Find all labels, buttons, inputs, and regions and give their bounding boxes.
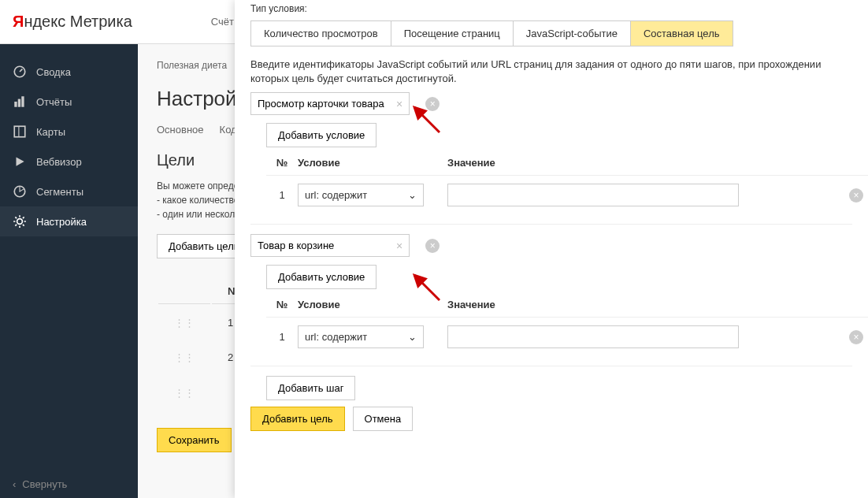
remove-step-button[interactable]: × xyxy=(425,239,440,253)
step-name-input[interactable] xyxy=(251,93,393,114)
gear-icon xyxy=(13,214,27,229)
svg-rect-4 xyxy=(21,96,24,107)
svg-line-1 xyxy=(20,69,22,72)
sidebar: Сводка Отчёты Карты Вебвизор Сегменты На… xyxy=(0,0,138,498)
segment-icon xyxy=(13,184,27,199)
tab-main[interactable]: Основное xyxy=(157,124,204,136)
add-step-button[interactable]: Добавить шаг xyxy=(266,376,355,400)
chevron-down-icon: ⌄ xyxy=(408,189,417,201)
col-condition: Условие xyxy=(298,157,440,169)
svg-rect-5 xyxy=(14,126,25,137)
conditions-table: № Условие Значение 1 url: содержит ⌄ × xyxy=(266,157,868,214)
value-input[interactable] xyxy=(447,184,739,206)
value-input[interactable] xyxy=(447,325,739,348)
sidebar-item-summary[interactable]: Сводка xyxy=(0,57,138,87)
sidebar-item-maps[interactable]: Карты xyxy=(0,117,138,147)
col-num: № xyxy=(266,299,298,310)
clear-icon[interactable]: × xyxy=(393,98,406,110)
remove-step-button[interactable]: × xyxy=(425,97,440,111)
sidebar-item-label: Сводка xyxy=(36,66,71,78)
remove-condition-button[interactable]: × xyxy=(849,188,863,203)
add-condition-button[interactable]: Добавить условие xyxy=(266,265,377,289)
svg-rect-2 xyxy=(14,102,17,107)
sidebar-item-webvisor[interactable]: Вебвизор xyxy=(0,147,138,177)
drag-handle-icon[interactable]: ⋮⋮ xyxy=(174,387,195,399)
svg-rect-3 xyxy=(18,99,20,107)
sidebar-item-settings[interactable]: Настройка xyxy=(0,206,138,236)
type-tab-views[interactable]: Количество просмотров xyxy=(251,21,391,46)
condition-row: 1 url: содержит ⌄ × xyxy=(266,318,868,356)
type-label: Тип условия: xyxy=(250,3,852,14)
sidebar-item-segments[interactable]: Сегменты xyxy=(0,177,138,206)
col-num: № xyxy=(266,157,298,169)
drag-handle-icon[interactable]: ⋮⋮ xyxy=(174,317,195,329)
sidebar-item-label: Вебвизор xyxy=(36,156,82,168)
chevron-left-icon: ‹ xyxy=(13,478,16,490)
chart-icon xyxy=(13,95,27,109)
add-condition-button[interactable]: Добавить условие xyxy=(266,123,377,147)
map-icon xyxy=(13,124,27,139)
chevron-down-icon: ⌄ xyxy=(408,331,417,343)
step-block: × × Добавить условие № Условие Значение … xyxy=(250,92,852,225)
sidebar-item-label: Сегменты xyxy=(36,186,83,198)
type-tabs: Количество просмотров Посещение страниц … xyxy=(250,20,733,46)
condition-select[interactable]: url: содержит ⌄ xyxy=(298,184,424,206)
goal-modal: Тип условия: Количество просмотров Посещ… xyxy=(235,0,868,498)
svg-marker-7 xyxy=(17,157,24,165)
clear-icon[interactable]: × xyxy=(393,240,406,252)
gauge-icon xyxy=(13,65,27,79)
col-value: Значение xyxy=(440,157,836,169)
sidebar-item-label: Настройка xyxy=(36,216,87,228)
sidebar-item-label: Отчёты xyxy=(36,96,72,108)
sidebar-collapse-button[interactable]: ‹ Свернуть xyxy=(13,478,67,490)
type-tab-js[interactable]: JavaScript-событие xyxy=(514,21,631,46)
type-tab-composite[interactable]: Составная цель xyxy=(631,21,733,46)
modal-help-text: Введите идентификаторы JavaScript событи… xyxy=(250,58,852,86)
col-value: Значение xyxy=(440,299,836,310)
topbar-accounts-link[interactable]: Счёт xyxy=(211,16,234,28)
play-icon xyxy=(13,154,27,169)
save-button[interactable]: Сохранить xyxy=(157,428,232,452)
logo-y: Я xyxy=(13,13,24,30)
condition-select[interactable]: url: содержит ⌄ xyxy=(298,325,424,348)
remove-condition-button[interactable]: × xyxy=(849,330,863,344)
sidebar-item-label: Карты xyxy=(36,126,65,138)
cancel-button[interactable]: Отмена xyxy=(353,407,414,431)
condition-row: 1 url: содержит ⌄ × xyxy=(266,176,868,214)
step-block: × × Добавить условие № Условие Значение … xyxy=(250,234,852,366)
svg-point-9 xyxy=(17,219,23,225)
sidebar-item-reports[interactable]: Отчёты xyxy=(0,87,138,117)
conditions-table: № Условие Значение 1 url: содержит ⌄ × xyxy=(266,299,868,356)
type-tab-pages[interactable]: Посещение страниц xyxy=(391,21,514,46)
col-condition: Условие xyxy=(298,299,440,310)
logo: Яндекс Метрика xyxy=(13,13,132,31)
drag-handle-icon[interactable]: ⋮⋮ xyxy=(174,351,195,363)
step-name-input[interactable] xyxy=(251,235,393,256)
submit-goal-button[interactable]: Добавить цель xyxy=(250,407,345,431)
